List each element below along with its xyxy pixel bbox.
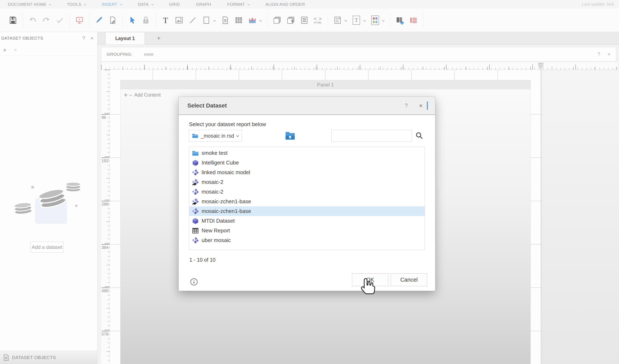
add-layout-button[interactable]: + bbox=[157, 34, 161, 44]
list-item[interactable]: linked mosaic model bbox=[189, 168, 425, 177]
chevron-down-icon[interactable] bbox=[259, 19, 262, 22]
redo-icon[interactable] bbox=[39, 12, 53, 28]
image-icon[interactable] bbox=[172, 12, 186, 28]
list-item[interactable]: mosaic-2 bbox=[189, 187, 425, 197]
close-icon[interactable]: × bbox=[608, 51, 611, 57]
remove-icon[interactable]: × bbox=[14, 47, 17, 53]
save-icon[interactable] bbox=[6, 12, 20, 28]
document-icon[interactable] bbox=[218, 12, 232, 28]
cube-icon bbox=[192, 218, 199, 224]
attribute-list-icon[interactable] bbox=[331, 12, 344, 28]
menu-align-and-order[interactable]: ALIGN AND ORDER bbox=[265, 2, 305, 7]
help-icon[interactable]: ? bbox=[405, 103, 408, 109]
list-item[interactable]: MTDI Dataset bbox=[189, 216, 425, 226]
menu-insert[interactable]: INSERT bbox=[102, 2, 122, 7]
list-item[interactable]: uber mosaic bbox=[189, 236, 425, 245]
chevron-down-icon bbox=[247, 3, 250, 5]
result-count: 1 - 10 of 10 bbox=[189, 257, 215, 263]
tab-layout-1[interactable]: Layout 1 bbox=[105, 32, 145, 44]
ruler-label: 384 bbox=[101, 244, 109, 250]
outside-page-area bbox=[542, 70, 619, 364]
dialog-body: Select your dataset report below _mosaic… bbox=[179, 115, 435, 291]
apply-check-icon[interactable] bbox=[53, 12, 67, 28]
line-icon[interactable] bbox=[186, 12, 199, 28]
grouping-label: GROUPING: bbox=[107, 52, 132, 57]
panel-title: Panel 1 bbox=[121, 80, 531, 89]
selector-icon[interactable] bbox=[297, 12, 311, 28]
chevron-down-icon[interactable] bbox=[363, 19, 366, 22]
chevron-down-icon[interactable] bbox=[213, 19, 216, 22]
list-item[interactable]: smoke test bbox=[189, 148, 425, 158]
list-item[interactable]: New Report bbox=[189, 226, 425, 236]
menu-tools[interactable]: TOOLS bbox=[67, 2, 86, 7]
lock-icon[interactable] bbox=[139, 12, 153, 28]
cube-icon bbox=[192, 159, 199, 166]
chevron-down-icon bbox=[151, 3, 154, 5]
dataset-objects-statusbar[interactable]: DATASET OBJECTS bbox=[0, 351, 97, 364]
chevron-down-icon bbox=[84, 3, 86, 5]
close-icon[interactable]: × bbox=[90, 35, 94, 41]
menu-data[interactable]: DATA bbox=[138, 2, 153, 7]
search-icon[interactable] bbox=[415, 131, 423, 140]
menu-document-home[interactable]: DOCUMENT HOME bbox=[8, 2, 51, 7]
mosaic-diamonds-icon bbox=[192, 208, 199, 215]
widget-palette-icon[interactable] bbox=[368, 12, 382, 28]
dialog-header: Select Dataset ? × bbox=[179, 97, 435, 115]
page-boundary-line bbox=[541, 70, 542, 364]
panel-title: DATASET OBJECTS bbox=[1, 36, 77, 41]
toolbar-separator bbox=[122, 13, 123, 28]
menu-grid[interactable]: GRID bbox=[169, 2, 180, 7]
add-content-control[interactable]: + Add Content bbox=[124, 92, 161, 98]
focus-caret bbox=[427, 101, 428, 110]
folder-dropdown-value: _mosaic in rsd bbox=[201, 133, 234, 139]
list-item[interactable]: Intelligent Cube bbox=[189, 158, 425, 168]
list-item-selected[interactable]: mosaic-zchen1-base bbox=[189, 206, 425, 216]
text-box-icon[interactable]: T bbox=[350, 12, 363, 28]
ruler-label: 288 bbox=[101, 201, 109, 207]
add-dataset-column-icon[interactable] bbox=[393, 12, 407, 28]
toolbar-separator bbox=[328, 13, 328, 28]
grouping-value[interactable]: none bbox=[144, 52, 154, 57]
toolbar-separator bbox=[267, 13, 267, 28]
info-icon[interactable] bbox=[190, 278, 198, 286]
grid-icon[interactable] bbox=[232, 12, 246, 28]
undo-icon[interactable] bbox=[26, 12, 39, 28]
pen-icon[interactable] bbox=[92, 12, 106, 28]
vertical-ruler: 96 192 288 384 480 576 bbox=[101, 70, 110, 364]
panel-stack-filter-icon[interactable] bbox=[284, 12, 297, 28]
chevron-down-icon[interactable] bbox=[344, 19, 347, 22]
report-grid-icon bbox=[192, 227, 199, 234]
chevron-down-icon[interactable] bbox=[382, 19, 385, 22]
chevron-down-icon bbox=[49, 3, 52, 5]
menu-graph[interactable]: GRAPH bbox=[196, 2, 211, 7]
cancel-button[interactable]: Cancel bbox=[391, 273, 427, 286]
help-icon[interactable]: ? bbox=[82, 35, 85, 41]
dataset-objects-panel: DATASET OBJECTS ? × + × bbox=[0, 32, 97, 364]
mosaic-diamonds-shortcut-icon bbox=[192, 198, 199, 205]
pointer-icon[interactable] bbox=[126, 12, 139, 28]
add-a-dataset-button[interactable]: Add a dataset bbox=[30, 242, 64, 252]
dialog-title: Select Dataset bbox=[187, 102, 405, 109]
dataset-list: smoke test Intelligent Cube linked mosai… bbox=[189, 147, 425, 250]
chevron-down-icon bbox=[120, 3, 123, 5]
text-tool-icon[interactable]: T bbox=[159, 12, 172, 28]
panel-stack-icon[interactable] bbox=[270, 12, 284, 28]
add-icon[interactable]: + bbox=[3, 47, 7, 54]
menu-format[interactable]: FORMAT bbox=[227, 2, 249, 7]
list-item[interactable]: mosaic-zchen1-base bbox=[189, 197, 425, 206]
folder-up-button[interactable] bbox=[285, 131, 295, 140]
application-window: DOCUMENT HOME TOOLS INSERT DATA GRID GRA… bbox=[0, 0, 619, 364]
html-container-icon[interactable]: < >HTML bbox=[311, 12, 325, 28]
rectangle-icon[interactable] bbox=[199, 12, 213, 28]
grouping-bar: GROUPING: none ? × bbox=[101, 47, 616, 61]
help-icon[interactable]: ? bbox=[598, 51, 600, 57]
report-outline-icon[interactable] bbox=[407, 12, 420, 28]
search-input[interactable] bbox=[331, 130, 412, 142]
list-item[interactable]: mosaic-2 bbox=[189, 177, 425, 187]
area-chart-icon[interactable] bbox=[246, 12, 259, 28]
page-edit-icon[interactable] bbox=[106, 12, 119, 28]
folder-dropdown[interactable]: _mosaic in rsd bbox=[189, 130, 242, 142]
folder-icon bbox=[192, 133, 198, 138]
presentation-mode-icon[interactable] bbox=[73, 12, 86, 28]
close-icon[interactable]: × bbox=[419, 102, 423, 110]
